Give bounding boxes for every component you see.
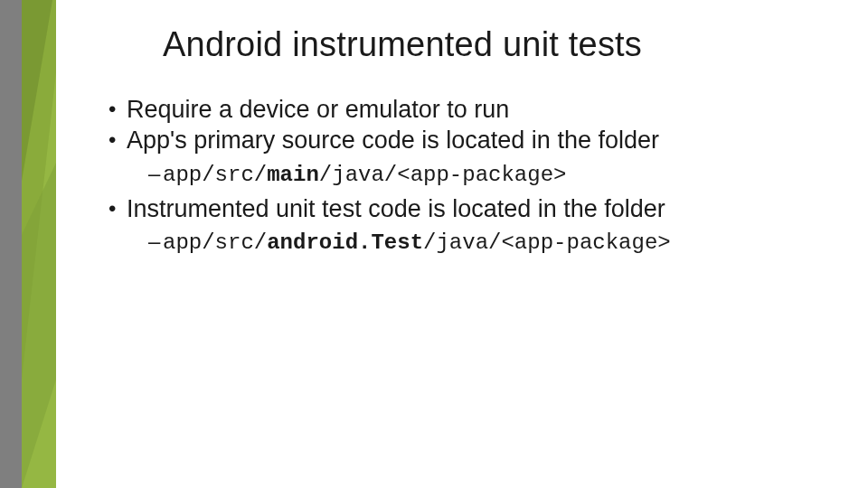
slide-content: Android instrumented unit tests Require …	[108, 25, 832, 262]
bullet-list: Require a device or emulator to run App'…	[108, 95, 832, 257]
accent-bar	[0, 0, 56, 488]
code-path: app/src/android.Test/java/<app-package>	[148, 228, 832, 257]
sub-bullet-list: app/src/android.Test/java/<app-package>	[108, 228, 832, 257]
slide-title: Android instrumented unit tests	[108, 25, 832, 64]
bullet-item: App's primary source code is located in …	[108, 126, 832, 156]
code-path: app/src/main/java/<app-package>	[148, 160, 832, 189]
bullet-item: Instrumented unit test code is located i…	[108, 194, 832, 225]
sub-bullet-list: app/src/main/java/<app-package>	[108, 160, 832, 189]
bullet-item: Require a device or emulator to run	[108, 95, 832, 126]
